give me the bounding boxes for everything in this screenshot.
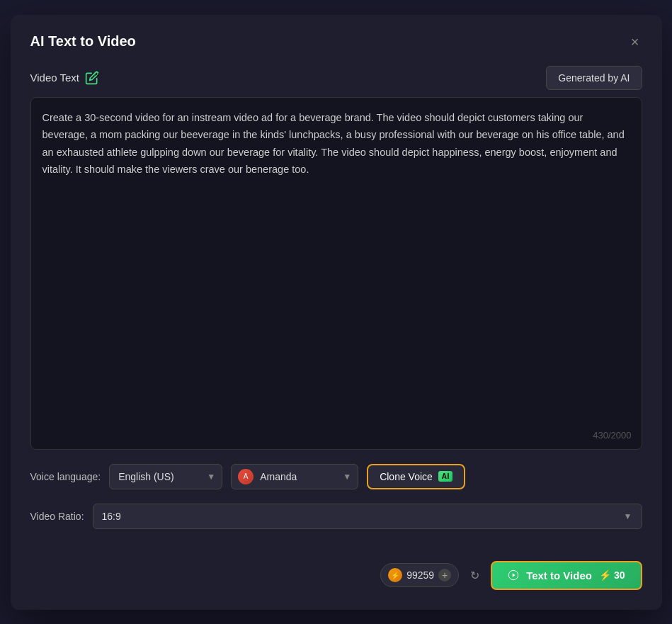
video-text-area-wrapper: Create a 30-second video for an instream… <box>30 97 642 450</box>
add-credits-button[interactable]: + <box>438 569 451 582</box>
close-button[interactable]: × <box>628 32 642 52</box>
cost-amount: 30 <box>614 569 625 581</box>
clone-voice-button[interactable]: Clone Voice AI <box>367 464 465 489</box>
voice-language-label: Voice language: <box>30 471 101 482</box>
clone-voice-ai-badge: AI <box>438 471 453 482</box>
bottom-action-row: ⚡ 99259 + ↻ Text to Video ⚡ 30 <box>30 555 642 590</box>
video-text-label: Video Text AI <box>30 71 100 85</box>
svg-marker-3 <box>513 573 516 577</box>
text-to-video-button[interactable]: Text to Video ⚡ 30 <box>491 561 642 590</box>
edit-icon: AI <box>85 71 99 85</box>
video-text-header: Video Text AI Generated by AI <box>30 66 642 90</box>
video-text-section: Video Text AI Generated by AI Create a 3… <box>30 66 642 450</box>
ai-text-to-video-dialog: AI Text to Video × Video Text AI Generat… <box>11 15 662 610</box>
video-ratio-select[interactable]: 16:9 9:16 1:1 4:3 <box>93 504 642 529</box>
cost-badge: ⚡ 30 <box>599 569 625 581</box>
refresh-credits-button[interactable]: ↻ <box>467 569 482 582</box>
video-ratio-row: Video Ratio: 16:9 9:16 1:1 4:3 ▼ <box>30 504 642 529</box>
credits-widget: ⚡ 99259 + <box>380 563 459 587</box>
clone-voice-label: Clone Voice <box>380 471 433 482</box>
coin-icon: ⚡ <box>388 568 402 582</box>
text-to-video-icon <box>508 569 519 581</box>
text-to-video-label: Text to Video <box>526 569 592 582</box>
svg-text:AI: AI <box>95 72 99 76</box>
voice-name-select[interactable]: Amanda John Sarah Mike <box>231 464 358 489</box>
credits-amount: 99259 <box>406 569 434 581</box>
video-ratio-select-wrapper: 16:9 9:16 1:1 4:3 ▼ <box>93 504 642 529</box>
voice-language-select-wrapper: English (US) English (UK) Spanish French… <box>109 464 222 489</box>
dialog-title: AI Text to Video <box>30 33 136 50</box>
voice-controls-row: Voice language: English (US) English (UK… <box>30 464 642 489</box>
voice-name-select-wrapper: A Amanda John Sarah Mike ▼ <box>231 464 358 489</box>
voice-language-select[interactable]: English (US) English (UK) Spanish French… <box>109 464 222 489</box>
video-text-input[interactable]: Create a 30-second video for an instream… <box>42 109 630 435</box>
cost-lightning-icon: ⚡ <box>599 569 611 581</box>
dialog-header: AI Text to Video × <box>30 32 642 52</box>
generated-by-ai-button[interactable]: Generated by AI <box>546 66 642 90</box>
video-ratio-label: Video Ratio: <box>30 511 84 522</box>
char-count: 430/2000 <box>593 430 631 441</box>
